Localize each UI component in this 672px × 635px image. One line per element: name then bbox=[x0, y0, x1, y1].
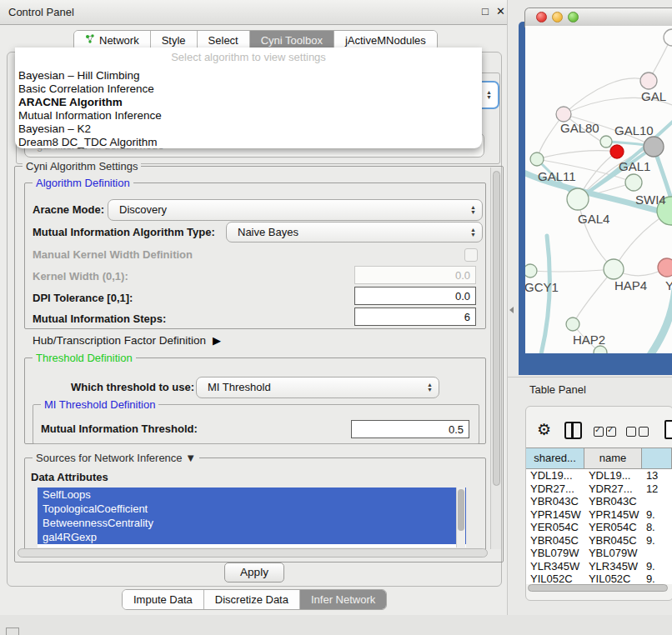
manual-kernel-width-checkbox[interactable] bbox=[464, 248, 478, 262]
algorithm-option[interactable]: Bayesian – Hill Climbing bbox=[15, 69, 482, 82]
table-cell: YIL052C bbox=[584, 572, 642, 584]
column-header[interactable]: name bbox=[584, 448, 642, 468]
table-panel-title: Table Panel bbox=[529, 383, 586, 396]
table-row[interactable]: YER054CYER054C8. bbox=[526, 521, 672, 534]
network-node-gal10[interactable] bbox=[600, 136, 612, 148]
aracne-mode-combo[interactable]: Discovery ▲▼ bbox=[108, 199, 483, 221]
table-cell: YER054C bbox=[526, 521, 584, 534]
attribute-item[interactable]: BetweennessCentrality bbox=[38, 516, 466, 530]
corner-grip bbox=[6, 628, 19, 635]
table-row[interactable]: YBR043CYBR043C bbox=[526, 495, 672, 508]
tab-impute-data[interactable]: Impute Data bbox=[123, 590, 204, 609]
aracne-mode-label: Aracne Mode: bbox=[33, 203, 104, 216]
control-panel-title: Control Panel bbox=[8, 6, 74, 18]
table-row[interactable]: YBL079WYBL079W bbox=[526, 547, 672, 560]
table-row[interactable]: YDR27...YDR27...12 bbox=[526, 482, 672, 496]
tab-infer-network[interactable]: Infer Network bbox=[300, 590, 386, 609]
table-cell: YER054C bbox=[584, 521, 642, 534]
attributes-scrollbar-thumb[interactable] bbox=[458, 489, 464, 531]
node-label: Y bbox=[665, 278, 672, 292]
checked-pair-icon[interactable] bbox=[594, 425, 619, 440]
columns-icon[interactable] bbox=[564, 422, 582, 439]
network-node[interactable] bbox=[664, 29, 672, 46]
sources-group-label[interactable]: Sources for Network Inference ▼ bbox=[33, 452, 199, 464]
network-node[interactable] bbox=[610, 145, 624, 158]
table-row[interactable]: YPR145WYPR145W9. bbox=[526, 508, 672, 522]
tab-discretize-data[interactable]: Discretize Data bbox=[204, 590, 300, 609]
table-hscroll-thumb[interactable] bbox=[528, 584, 668, 592]
which-threshold-combo[interactable]: MI Threshold ▲▼ bbox=[196, 377, 439, 398]
minimize-traffic-light-icon[interactable] bbox=[552, 12, 563, 22]
dpi-tolerance-field[interactable]: 0.0 bbox=[354, 287, 476, 305]
cyni-algorithm-settings-label: Cyni Algorithm Settings bbox=[23, 160, 141, 172]
node-label: GAL4 bbox=[578, 212, 609, 226]
hub-definition-label: Hub/Transcription Factor Definition bbox=[33, 334, 206, 347]
apply-button[interactable]: Apply bbox=[224, 562, 284, 582]
network-window-titlebar[interactable] bbox=[524, 8, 672, 28]
document-icon[interactable] bbox=[664, 420, 672, 439]
gear-icon[interactable]: ⚙ bbox=[537, 420, 551, 439]
network-node-gal11[interactable] bbox=[530, 152, 544, 166]
data-attributes-list[interactable]: SelfLoopsTopologicalCoefficientBetweenne… bbox=[38, 488, 466, 548]
column-header[interactable]: shared... bbox=[526, 448, 584, 468]
node-table[interactable]: shared...nameYDL19...YDL19...13YDR27...Y… bbox=[526, 448, 672, 584]
aracne-mode-value: Discovery bbox=[108, 200, 482, 220]
table-cell: YPR145W bbox=[584, 508, 642, 522]
table-row[interactable]: YDL19...YDL19...13 bbox=[526, 469, 672, 482]
close-icon[interactable]: ✕ bbox=[496, 5, 505, 18]
table-cell: YLR345W bbox=[584, 560, 642, 573]
panel-collapse-icon[interactable] bbox=[509, 307, 514, 313]
table-cell: 9. bbox=[642, 560, 672, 573]
network-node-gcy1[interactable] bbox=[525, 264, 537, 278]
algorithm-option[interactable]: Mutual Information Inference bbox=[15, 109, 482, 122]
table-cell: YBR043C bbox=[584, 495, 642, 508]
hub-definition-toggle[interactable]: Hub/Transcription Factor Definition▶ bbox=[33, 334, 221, 347]
table-cell: 9. bbox=[642, 572, 672, 584]
network-node-gal[interactable] bbox=[640, 72, 657, 89]
float-icon[interactable]: □ bbox=[482, 5, 489, 18]
expand-right-icon: ▶ bbox=[213, 334, 221, 347]
table-row[interactable]: YBR045CYBR045C9. bbox=[526, 534, 672, 548]
zoom-traffic-light-icon[interactable] bbox=[568, 12, 579, 22]
network-node-hap4[interactable] bbox=[604, 259, 624, 279]
network-node-hap2[interactable] bbox=[566, 318, 579, 331]
table-horizontal-scrollbar[interactable] bbox=[528, 584, 669, 592]
attribute-item[interactable]: SelfLoops bbox=[38, 488, 466, 502]
mi-threshold-definition-label: MI Threshold Definition bbox=[41, 398, 158, 411]
network-node[interactable] bbox=[594, 346, 607, 353]
mi-threshold-field[interactable]: 0.5 bbox=[351, 420, 469, 438]
data-attributes-label: Data Attributes bbox=[31, 471, 108, 483]
network-view[interactable]: GALGAL80GAL10GAL1SWI4GAL11GAL4GCY1HAP4YH… bbox=[525, 26, 672, 353]
kernel-width-label: Kernel Width (0,1): bbox=[33, 270, 128, 282]
table-row[interactable]: YIL052CYIL052C9. bbox=[526, 572, 672, 584]
settings-horizontal-scrollbar[interactable] bbox=[18, 548, 489, 558]
attribute-item[interactable]: TopologicalCoefficient bbox=[38, 502, 466, 516]
algorithm-option[interactable]: Basic Correlation Inference bbox=[15, 82, 482, 96]
kernel-width-field[interactable]: 0.0 bbox=[354, 266, 476, 284]
which-threshold-value: MI Threshold bbox=[197, 378, 439, 398]
network-node[interactable] bbox=[644, 137, 664, 157]
table-row[interactable]: YLR345WYLR345W9. bbox=[526, 560, 672, 573]
table-cell: 8. bbox=[642, 521, 672, 534]
settings-hscroll-thumb[interactable] bbox=[18, 548, 488, 558]
spinner-icon: ▲▼ bbox=[427, 382, 433, 392]
table-cell: YBL079W bbox=[526, 547, 584, 560]
algorithm-dropdown-placeholder: Select algorithm to view settings bbox=[15, 48, 482, 69]
attributes-scrollbar[interactable] bbox=[456, 488, 465, 548]
application-root: Control Panel □ ✕ NetworkStyleSelectCyni… bbox=[0, 0, 672, 635]
network-node-gal80[interactable] bbox=[556, 107, 571, 122]
network-node-gal1[interactable] bbox=[625, 174, 642, 191]
network-node-gal4[interactable] bbox=[567, 188, 589, 210]
close-traffic-light-icon[interactable] bbox=[536, 12, 547, 22]
algorithm-option[interactable]: Bayesian – K2 bbox=[15, 122, 482, 136]
settings-vertical-scrollbar[interactable] bbox=[490, 168, 501, 549]
mi-algorithm-type-combo[interactable]: Naive Bayes ▲▼ bbox=[226, 222, 483, 242]
attribute-item[interactable]: gal4RGexp bbox=[38, 530, 466, 544]
unchecked-pair-icon[interactable] bbox=[626, 425, 651, 440]
algorithm-option[interactable]: ARACNE Algorithm bbox=[15, 96, 482, 109]
column-header[interactable] bbox=[642, 448, 672, 468]
algorithm-option[interactable]: Dream8 DC_TDC Algorithm bbox=[15, 136, 482, 148]
mi-steps-field[interactable]: 6 bbox=[354, 308, 476, 326]
settings-vscroll-thumb[interactable] bbox=[493, 171, 500, 486]
network-node-y[interactable] bbox=[658, 258, 672, 277]
